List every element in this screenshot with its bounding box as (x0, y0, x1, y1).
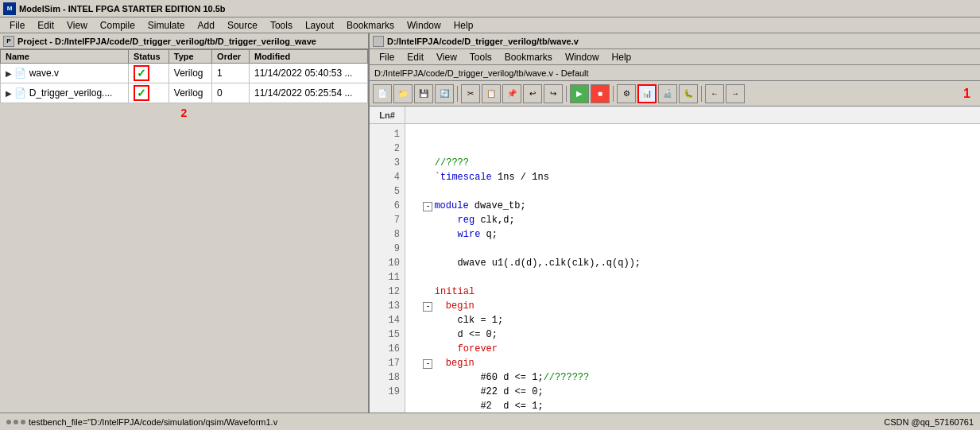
editor-menu-window[interactable]: Window (559, 50, 606, 64)
editor-menu-file[interactable]: File (373, 50, 401, 64)
editor-menu-view[interactable]: View (430, 50, 463, 64)
title-bar: M ModelSim - INTEL FPGA STARTER EDITION … (0, 0, 980, 17)
ln-1: 1 (370, 127, 405, 141)
project-icon: P (3, 36, 14, 47)
project-title: Project - D:/IntelFPJA/code/D_trigger_ve… (17, 37, 316, 46)
ln-5: 5 (370, 184, 405, 199)
code-line-17: #60 d <= 1;//?????? (412, 372, 589, 383)
status-left: testbench_file="D:/IntelFPJA/code/simula… (6, 417, 277, 427)
code-line-16: - begin (412, 358, 475, 369)
code-editor[interactable]: //???? `timescale 1ns / 1ns -module dwav… (405, 124, 980, 430)
code-line-9: dwave u1(.d(d),.clk(clk),.q(q)); (412, 258, 641, 269)
menu-tools[interactable]: Tools (264, 18, 299, 33)
toolbar-refresh-btn[interactable]: 🔄 (435, 84, 454, 103)
toolbar-undo-btn[interactable]: ↩ (523, 84, 542, 103)
toolbar-stop-btn[interactable]: ■ (591, 84, 610, 103)
toolbar-compile-btn[interactable]: ⚙ (617, 84, 636, 103)
col-header-order: Order (212, 50, 250, 64)
toolbar-redo-btn[interactable]: ↪ (544, 84, 563, 103)
expand-icon: ▶ (6, 89, 12, 98)
annotation-1: 1 (963, 87, 970, 101)
toolbar-back-btn[interactable]: ← (705, 84, 724, 103)
toolbar-waveform-btn[interactable]: 📊 (637, 84, 657, 103)
code-line-5: -module dwave_tb; (412, 200, 526, 211)
expand-icon: ▶ (6, 69, 12, 78)
status-red-box: ✓ (134, 85, 149, 101)
menu-help[interactable]: Help (447, 18, 480, 33)
code-line-11: initial (412, 286, 475, 297)
ln-11: 11 (370, 270, 405, 285)
file-modified-wave: 11/14/2022 05:40:53 ... (249, 64, 367, 83)
table-row[interactable]: ▶ 📄 wave.v ✓ Verilog 1 (1, 64, 368, 83)
status-left-text: testbench_file="D:/IntelFPJA/code/simula… (29, 417, 277, 427)
file-icon: 📄 (14, 87, 26, 99)
ln-header: Ln# (370, 107, 405, 124)
ln-18: 18 (370, 370, 405, 385)
toolbar-sep-3 (613, 86, 614, 102)
menu-layout[interactable]: Layout (299, 18, 340, 33)
table-row[interactable]: ▶ 📄 D_trigger_verilog.... ✓ Verilog 0 (1, 83, 368, 103)
code-line-14: d <= 0; (412, 329, 498, 340)
editor-icon (373, 36, 384, 47)
toolbar-sep-4 (701, 86, 702, 102)
app-title: ModelSim - INTEL FPGA STARTER EDITION 10… (19, 4, 226, 14)
toolbar-debug-btn[interactable]: 🐛 (679, 84, 698, 103)
toolbar-copy-btn[interactable]: 📋 (482, 84, 501, 103)
editor-title-bar: D:/IntelFPJA/code/D_trigger_verilog/tb/w… (370, 33, 980, 49)
menu-add[interactable]: Add (192, 18, 221, 33)
editor-menu-bookmarks[interactable]: Bookmarks (498, 50, 559, 64)
editor-panel: D:/IntelFPJA/code/D_trigger_verilog/tb/w… (370, 33, 980, 430)
toolbar-sim-btn[interactable]: 🔬 (658, 84, 677, 103)
ln-4: 4 (370, 170, 405, 184)
menu-view[interactable]: View (60, 18, 94, 33)
status-dots (6, 420, 25, 424)
code-line-7: wire q; (412, 229, 498, 240)
toolbar-run-btn[interactable]: ▶ (570, 84, 589, 103)
file-name-dtrigger: ▶ 📄 D_trigger_verilog.... (1, 83, 129, 103)
ln-2: 2 (370, 141, 405, 156)
toolbar-new-btn[interactable]: 📄 (373, 84, 392, 103)
menu-file[interactable]: File (3, 18, 31, 33)
menu-window[interactable]: Window (401, 18, 447, 33)
col-header-status: Status (128, 50, 168, 64)
file-order-wave: 1 (212, 64, 250, 83)
menu-edit[interactable]: Edit (31, 18, 60, 33)
toolbar-cut-btn[interactable]: ✂ (461, 84, 480, 103)
editor-menu-edit[interactable]: Edit (401, 50, 430, 64)
toolbar-paste-btn[interactable]: 📌 (502, 84, 521, 103)
editor-menu-help[interactable]: Help (606, 50, 638, 64)
main-layout: P Project - D:/IntelFPJA/code/D_trigger_… (0, 33, 980, 430)
toolbar-open-btn[interactable]: 📁 (393, 84, 413, 103)
expand-16[interactable]: - (423, 359, 432, 369)
editor-toolbar: 📄 📁 💾 🔄 ✂ 📋 📌 ↩ ↪ ▶ ■ ⚙ 📊 🔬 🐛 ← → 1 (370, 81, 980, 107)
ln-16: 16 (370, 342, 405, 356)
code-line-3: `timescale 1ns / 1ns (412, 172, 549, 183)
menu-source[interactable]: Source (221, 18, 264, 33)
code-line-2: //???? (412, 157, 469, 169)
code-column-header (405, 107, 980, 124)
code-line-6: reg clk,d; (412, 215, 515, 226)
ln-6: 6 (370, 199, 405, 213)
status-bar: testbench_file="D:/IntelFPJA/code/simula… (0, 413, 980, 430)
col-header-modified: Modified (249, 50, 367, 64)
app-logo: M (3, 2, 16, 15)
ln-8: 8 (370, 227, 405, 242)
menu-compile[interactable]: Compile (94, 18, 141, 33)
editor-path-bar: D:/IntelFPJA/code/D_trigger_verilog/tb/w… (370, 65, 980, 81)
expand-5[interactable]: - (423, 202, 432, 211)
toolbar-save-btn[interactable]: 💾 (414, 84, 433, 103)
editor-menu-bar: File Edit View Tools Bookmarks Window He… (370, 49, 980, 65)
file-status-dtrigger: ✓ (128, 83, 168, 103)
file-type-wave: Verilog (168, 64, 211, 83)
menu-bookmarks[interactable]: Bookmarks (340, 18, 401, 33)
editor-menu-tools[interactable]: Tools (463, 50, 498, 64)
col-header-type: Type (168, 50, 211, 64)
file-type-dtrigger: Verilog (168, 83, 211, 103)
toolbar-forward-btn[interactable]: → (726, 84, 745, 103)
expand-12[interactable]: - (423, 302, 432, 312)
file-status-wave: ✓ (128, 64, 168, 83)
menu-simulate[interactable]: Simulate (141, 18, 192, 33)
ln-15: 15 (370, 327, 405, 342)
status-dot-3 (21, 420, 25, 424)
status-dot-2 (14, 420, 18, 424)
